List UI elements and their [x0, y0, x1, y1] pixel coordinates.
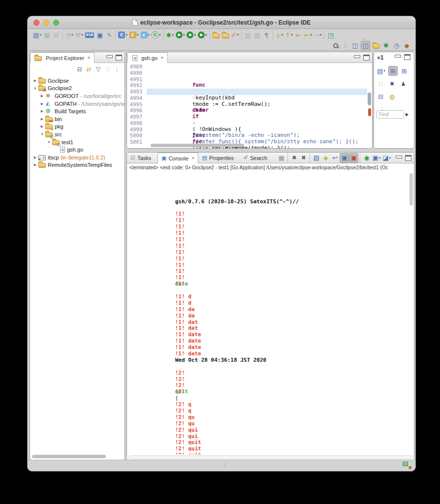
- go-perspective-button[interactable]: ◫: [361, 41, 370, 51]
- show-annotations-button[interactable]: ▤: [252, 30, 262, 40]
- tree-item[interactable]: gsh.go: [30, 146, 125, 154]
- expand-arrow-icon[interactable]: ▶: [39, 109, 45, 113]
- show-stderr-button[interactable]: ▣: [349, 153, 358, 163]
- expand-arrow-icon[interactable]: ▼: [46, 140, 52, 144]
- save-all-button[interactable]: ⧉: [52, 30, 61, 40]
- tab-project-explorer[interactable]: Project Explorer ✕: [30, 52, 94, 63]
- search-flashlight-button[interactable]: ✐: [230, 30, 240, 40]
- run-button[interactable]: ▶: [175, 30, 186, 40]
- new-go-package-button[interactable]: C: [117, 30, 128, 40]
- close-window-button[interactable]: [33, 20, 39, 26]
- planning-perspective-button[interactable]: ◷: [392, 41, 401, 51]
- Properties[interactable]: ▤ Properties: [198, 153, 240, 163]
- mark-occurrences-button[interactable]: ▥: [243, 30, 252, 40]
- link-with-editor-button[interactable]: ⇄: [84, 64, 94, 74]
- resource-perspective-button[interactable]: [371, 41, 380, 51]
- go-command-button[interactable]: G: [151, 30, 162, 40]
- minimize-window-button[interactable]: [43, 20, 49, 26]
- tab-gsh-go[interactable]: gsh.go ✕: [127, 52, 168, 63]
- new-go-file-button[interactable]: c: [140, 30, 151, 40]
- external-tools-button[interactable]: ◔: [64, 30, 74, 40]
- tree-item[interactable]: ▼ src: [30, 130, 125, 138]
- pin-console-button[interactable]: ◉: [362, 153, 371, 163]
- new-element-button[interactable]: ▤: [376, 66, 386, 76]
- minimize-console-button[interactable]: [395, 155, 403, 161]
- filter-button[interactable]: ▽: [94, 64, 103, 74]
- tree-item[interactable]: ▶ GOPATH - /Users/ysato/go/sr: [30, 100, 125, 108]
- minimize-stack-button[interactable]: [394, 54, 402, 60]
- focus-task-button[interactable]: ∷: [376, 79, 385, 89]
- toggle-binary-button[interactable]: 010: [84, 30, 95, 40]
- toolbar-search-button[interactable]: [331, 41, 340, 51]
- debug-button[interactable]: ✱: [165, 30, 175, 40]
- expand-arrow-icon[interactable]: ▶: [39, 102, 45, 106]
- profile-button[interactable]: ▶: [197, 30, 208, 40]
- focus-button[interactable]: ∷: [103, 64, 112, 74]
- Search[interactable]: ✐ Search: [240, 153, 274, 163]
- pin-editor-button[interactable]: ◳: [326, 30, 335, 40]
- display-console-button[interactable]: ▣: [371, 153, 381, 163]
- collapse-all-button[interactable]: ⊟: [75, 64, 84, 74]
- expand-arrow-icon[interactable]: ▶: [32, 156, 38, 159]
- remove-launch-button[interactable]: ✖: [289, 153, 299, 163]
- maximize-editor-button[interactable]: [363, 55, 370, 61]
- minimize-editor-button[interactable]: [353, 55, 361, 61]
- expand-arrow-icon[interactable]: ▶: [39, 94, 45, 98]
- Tasks[interactable]: ☑ Tasks: [127, 153, 157, 163]
- overview-annotation-marker[interactable]: [368, 108, 371, 116]
- new-go-app-button[interactable]: C: [128, 30, 140, 40]
- background-jobs-icon[interactable]: ⊘: [403, 462, 410, 469]
- expand-arrow-icon[interactable]: ▼: [39, 132, 45, 136]
- clear-console-button[interactable]: ▤: [312, 153, 321, 163]
- debug-perspective-button[interactable]: ✱: [381, 41, 391, 51]
- perspective-separator[interactable]: ⋮: [341, 41, 349, 51]
- open-terminal-button[interactable]: ▣: [95, 30, 104, 40]
- scrollbar-thumb[interactable]: [368, 93, 371, 105]
- back-button[interactable]: ←: [294, 30, 303, 40]
- close-icon[interactable]: ✕: [191, 156, 195, 160]
- tree-item[interactable]: ▶ bin: [30, 115, 125, 123]
- other-perspective-button[interactable]: ◆: [402, 41, 411, 51]
- hide-nonpublic-button[interactable]: ♟: [399, 79, 408, 89]
- terminate-button[interactable]: ■: [277, 153, 286, 163]
- find-input[interactable]: [377, 110, 404, 119]
- hide-fields-button[interactable]: ✖: [387, 79, 397, 89]
- maximize-stack-button[interactable]: [404, 54, 411, 60]
- run-history-button[interactable]: ▶: [186, 30, 197, 40]
- tree-layout-button[interactable]: ⊞: [388, 66, 398, 76]
- scroll-lock-button[interactable]: ◈: [321, 153, 330, 163]
- collapse-outline-button[interactable]: ⊟: [376, 92, 385, 101]
- build-button[interactable]: ⚒: [74, 30, 84, 40]
- expand-arrow-icon[interactable]: ▶: [32, 79, 38, 83]
- tree-item[interactable]: ▶ GOROOT - /usr/local/go/src: [30, 92, 125, 100]
- title-bar[interactable]: eclipse-workspace - Goclipse2/src/test1/…: [28, 16, 415, 29]
- expand-sidebar-icon[interactable]: ▶: [406, 112, 409, 117]
- link-editor-pen-button[interactable]: ✎: [104, 30, 114, 40]
- expand-arrow-icon[interactable]: ▶: [32, 163, 38, 167]
- close-icon[interactable]: ✕: [87, 56, 91, 60]
- restore-views-button[interactable]: »1: [377, 54, 383, 61]
- previous-edit-location-button[interactable]: ↑: [284, 30, 293, 40]
- minimize-view-button[interactable]: [106, 55, 113, 61]
- tree-item[interactable]: ▶ RemoteSystemsTempFiles: [30, 161, 125, 169]
- show-whitespace-button[interactable]: ¶: [262, 30, 271, 40]
- tree-item[interactable]: ▼ test1: [30, 138, 125, 146]
- tree-item[interactable]: ▶ pkg: [30, 123, 125, 131]
- expand-arrow-icon[interactable]: ▼: [32, 87, 38, 90]
- open-console-button[interactable]: ◪: [381, 153, 392, 163]
- close-icon[interactable]: ✕: [160, 56, 164, 60]
- flat-layout-button[interactable]: ⊞: [400, 66, 409, 76]
- show-stdout-button[interactable]: ▣: [340, 153, 349, 163]
- open-resource-button[interactable]: [221, 30, 230, 40]
- tree-item[interactable]: ▶ itscp (in delegate11.0.2): [30, 154, 125, 161]
- last-edit-location-button[interactable]: ↓: [275, 30, 284, 40]
- save-button[interactable]: ▦: [42, 30, 52, 40]
- tree-item[interactable]: ▼ Goclipse2: [30, 85, 125, 93]
- expand-arrow-icon[interactable]: ▶: [39, 125, 45, 128]
- console-vscrollbar[interactable]: [409, 173, 413, 206]
- tree-item[interactable]: ▶ Build Targets: [30, 107, 125, 115]
- word-wrap-button[interactable]: ↩: [330, 153, 340, 163]
- maximize-console-button[interactable]: [405, 155, 412, 161]
- Console[interactable]: ▣ Console ✕: [157, 153, 198, 163]
- editor-vscrollbar[interactable]: [367, 64, 372, 143]
